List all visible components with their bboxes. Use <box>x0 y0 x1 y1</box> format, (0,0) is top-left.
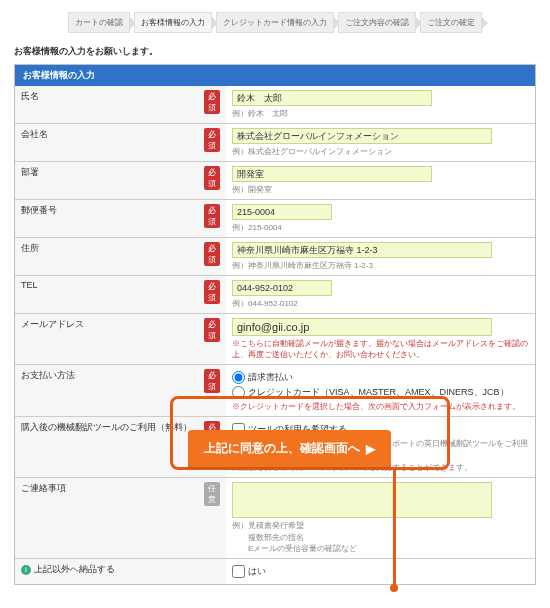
intro-text: お客様情報の入力をお願いします。 <box>14 45 536 58</box>
optional-badge: 任意 <box>204 482 220 506</box>
label-name: 氏名 <box>15 86 198 124</box>
pay-card-label: クレジットカード（VISA、MASTER、AMEX、DINERS、JCB） <box>248 387 509 397</box>
label-dept: 部署 <box>15 162 198 200</box>
addr-hint: 例）神奈川県川崎市麻生区万福寺 1-2-3 <box>232 260 529 271</box>
required-badge: 必須 <box>204 280 220 304</box>
addr-input[interactable] <box>232 242 492 258</box>
step-complete: ご注文の確定 <box>420 12 482 33</box>
label-pay: お支払い方法 <box>15 365 198 417</box>
pay-invoice-label: 請求書払い <box>248 372 293 382</box>
dept-hint: 例）開発室 <box>232 184 529 195</box>
company-input[interactable] <box>232 128 492 144</box>
mail-warning: ※こちらに自動確認メールが届きます。届かない場合はメールアドレスをご確認の上、再… <box>232 338 529 360</box>
label-addr: 住所 <box>15 238 198 276</box>
dept-input[interactable] <box>232 166 432 182</box>
label-mt: 購入後の機械翻訳ツールのご利用（無料） <box>15 417 198 478</box>
callout-connector-dot <box>390 584 398 592</box>
callout-connector-line <box>393 468 396 588</box>
required-badge: 必須 <box>204 318 220 342</box>
pay-warning: ※クレジットカードを選択した場合、次の画面で入力フォームが表示されます。 <box>232 401 529 412</box>
confirm-button-callout[interactable]: 上記に同意の上、確認画面へ ▶ <box>188 430 391 467</box>
label-other: i上記以外へ納品する <box>15 558 198 584</box>
label-tel: TEL <box>15 276 198 314</box>
required-badge: 必須 <box>204 128 220 152</box>
mail-input[interactable] <box>232 318 492 336</box>
name-input[interactable] <box>232 90 432 106</box>
required-badge: 必須 <box>204 242 220 266</box>
required-badge: 必須 <box>204 204 220 228</box>
msg-textarea[interactable] <box>232 482 492 518</box>
pay-card-radio[interactable] <box>232 386 245 399</box>
msg-hint: 例）見積書発行希望 複数部先の指名 Eメールの受信容量の確認など <box>232 520 529 554</box>
zip-hint: 例）215-0004 <box>232 222 529 233</box>
required-badge: 必須 <box>204 369 220 393</box>
label-msg: ご連絡事項 <box>15 478 198 559</box>
info-icon: i <box>21 565 31 575</box>
tel-input[interactable] <box>232 280 332 296</box>
pay-invoice-radio[interactable] <box>232 371 245 384</box>
label-mail: メールアドレス <box>15 314 198 365</box>
zip-input[interactable] <box>232 204 332 220</box>
panel-title: お客様情報の入力 <box>15 65 535 86</box>
progress-steps: カートの確認 お客様情報の入力 クレジットカード情報の入力 ご注文内容の確認 ご… <box>14 12 536 33</box>
step-card: クレジットカード情報の入力 <box>216 12 334 33</box>
step-confirm: ご注文内容の確認 <box>338 12 416 33</box>
company-hint: 例）株式会社グローバルインフォメーション <box>232 146 529 157</box>
other-dest-checkbox[interactable] <box>232 565 245 578</box>
label-zip: 郵便番号 <box>15 200 198 238</box>
step-customer: お客様情報の入力 <box>134 12 212 33</box>
required-badge: 必須 <box>204 166 220 190</box>
chevron-right-icon: ▶ <box>366 442 375 456</box>
name-hint: 例）鈴木 太郎 <box>232 108 529 119</box>
tel-hint: 例）044-952-0102 <box>232 298 529 309</box>
customer-form-panel: お客様情報の入力 氏名 必須 例）鈴木 太郎 会社名 必須 例）株式会社グローバ… <box>14 64 536 585</box>
required-badge: 必須 <box>204 90 220 114</box>
confirm-button-callout-label: 上記に同意の上、確認画面へ <box>204 440 360 457</box>
other-dest-label: はい <box>248 566 266 576</box>
label-company: 会社名 <box>15 124 198 162</box>
step-cart: カートの確認 <box>68 12 130 33</box>
